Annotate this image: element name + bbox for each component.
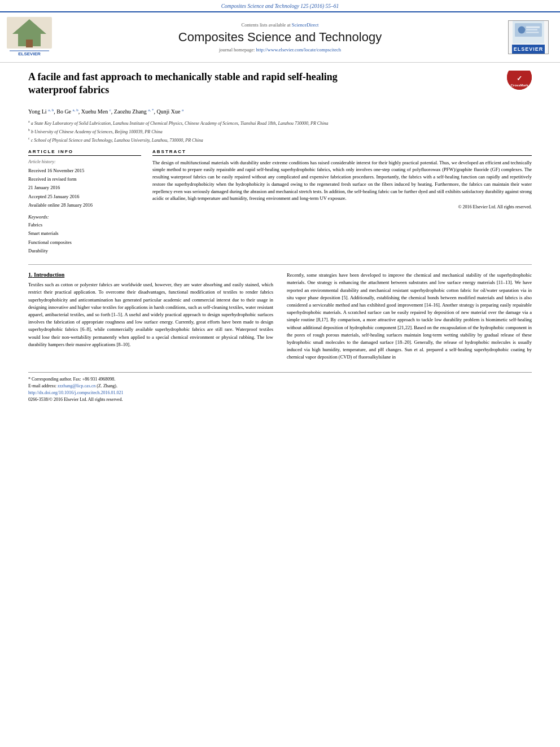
intro-right-text: Recently, some strategies have been deve…: [287, 272, 532, 361]
homepage-link[interactable]: http://www.elsevier.com/locate/compscite…: [256, 47, 342, 53]
crossmark-badge: ✓ CrossMark: [507, 71, 532, 90]
svg-rect-9: [526, 29, 537, 30]
affil-b: b b University of Chinese Academy of Sci…: [28, 128, 532, 135]
top-citation: Composites Science and Technology 125 (2…: [0, 0, 560, 11]
copyright-line: © 2016 Elsevier Ltd. All rights reserved…: [152, 204, 532, 209]
introduction-section: 1. Introduction Textiles such as cotton …: [28, 272, 532, 361]
intro-left-col: 1. Introduction Textiles such as cotton …: [28, 272, 273, 361]
keywords-list: Fabrics Smart materials Functional compo…: [28, 221, 141, 255]
keyword-1: Fabrics: [28, 221, 141, 229]
article-info-col: ARTICLE INFO Article history: Received 1…: [28, 149, 141, 256]
elsevier-cover-image: ELSEVIER: [508, 20, 549, 54]
keyword-4: Durability: [28, 247, 141, 255]
citation-text: Composites Science and Technology 125 (2…: [221, 3, 339, 9]
footnote-doi: http://dx.doi.org/10.1016/j.compscitech.…: [28, 390, 532, 396]
svg-rect-8: [526, 27, 540, 28]
journal-logo-right: ELSEVIER: [508, 20, 553, 54]
affil-b-text: b University of Chinese Academy of Scien…: [31, 129, 163, 134]
svg-text:ELSEVIER: ELSEVIER: [18, 51, 41, 56]
keywords-label: Keywords:: [28, 214, 141, 220]
doi-link[interactable]: http://dx.doi.org/10.1016/j.compscitech.…: [28, 390, 124, 395]
svg-rect-10: [526, 32, 539, 33]
author-xuehu-men: Xuehu Men: [81, 108, 108, 115]
svg-text:✓: ✓: [517, 75, 522, 82]
available-date: Available online 28 January 2016: [28, 201, 141, 209]
author-qunji-xue: Qunji Xue: [156, 108, 180, 115]
footnote-issn: 0266-3538/© 2016 Elsevier Ltd. All right…: [28, 396, 532, 403]
intro-section-title: 1. Introduction: [28, 272, 273, 278]
article-dates: Received 16 November 2015 Received in re…: [28, 167, 141, 209]
article-history-label: Article history:: [28, 159, 141, 164]
abstract-header: ABSTRACT: [152, 149, 532, 156]
affil-sup-1: a, b: [48, 108, 54, 112]
footnote-corresponding: * Corresponding author. Fax: +86 931 496…: [28, 376, 532, 383]
footnote-email: E-mail address: zzzhang@licp.cas.cn (Z. …: [28, 383, 532, 390]
section-label: Introduction: [34, 272, 64, 278]
email-label: E-mail address:: [28, 383, 56, 388]
keyword-2: Smart materials: [28, 229, 141, 238]
affiliations-block: a a State Key Laboratory of Solid Lubric…: [28, 119, 532, 143]
article-info-header: ARTICLE INFO: [28, 149, 141, 156]
journal-homepage-line: journal homepage: http://www.elsevier.co…: [58, 47, 502, 53]
author-yong-li: Yong Li: [28, 108, 47, 115]
article-info-abstract: ARTICLE INFO Article history: Received 1…: [28, 149, 532, 256]
abstract-text: The design of multifunctional materials …: [152, 159, 532, 203]
intro-right-col: Recently, some strategies have been deve…: [287, 272, 532, 361]
section-num: 1.: [28, 272, 33, 278]
elsevier-brand: ELSEVIER: [512, 45, 545, 54]
sciencedirect-link[interactable]: ScienceDirect: [292, 22, 319, 28]
elsevier-logo-left: ELSEVIER: [7, 17, 52, 58]
received-date: Received 16 November 2015: [28, 167, 141, 175]
revised-label: Received in revised form: [28, 175, 141, 184]
svg-point-7: [518, 27, 526, 34]
crossmark-icon: ✓ CrossMark: [507, 71, 532, 90]
contents-available-line: Contents lists available at ScienceDirec…: [58, 22, 502, 28]
affil-sup-4: a, *: [148, 108, 154, 112]
accepted-date: Accepted 25 January 2016: [28, 193, 141, 201]
svg-text:CrossMark: CrossMark: [510, 84, 528, 87]
authors-line: Yong Li a, b, Bo Ge a, b, Xuehu Men c, Z…: [28, 107, 532, 116]
revised-date: 21 January 2016: [28, 184, 141, 192]
main-content: ✓ CrossMark A facile and fast approach t…: [0, 63, 560, 414]
journal-center: Contents lists available at ScienceDirec…: [58, 22, 502, 53]
footnote-area: * Corresponding author. Fax: +86 931 496…: [28, 372, 532, 403]
journal-title: Composites Science and Technology: [58, 30, 502, 45]
author-bo-ge: Bo Ge: [56, 108, 71, 115]
journal-header: ELSEVIER Contents lists available at Sci…: [0, 11, 560, 63]
section-divider: [28, 264, 532, 265]
affil-sup-2: a, b: [73, 108, 78, 112]
author-zaozhu-zhang: Zaozhu Zhang: [114, 108, 147, 115]
affil-sup-3: c: [110, 108, 111, 112]
affil-c-text: c School of Physical Science and Technol…: [31, 137, 203, 142]
article-title: A facile and fast approach to mechanical…: [28, 71, 367, 97]
affil-a: a a State Key Laboratory of Solid Lubric…: [28, 119, 532, 126]
email-name: (Z. Zhang).: [97, 383, 117, 388]
corresponding-author-text: * Corresponding author. Fax: +86 931 496…: [28, 377, 115, 382]
affil-a-text: a State Key Laboratory of Solid Lubricat…: [31, 121, 329, 126]
affil-sup-5: a: [182, 108, 183, 112]
email-link[interactable]: zzzhang@licp.cas.cn: [58, 383, 95, 388]
contents-label: Contents lists available at: [242, 22, 291, 28]
intro-left-text: Textiles such as cotton or polyester fab…: [28, 281, 273, 348]
abstract-col: ABSTRACT The design of multifunctional m…: [152, 149, 532, 256]
homepage-label: journal homepage:: [219, 47, 255, 53]
keyword-3: Functional composites: [28, 238, 141, 247]
affil-c: c c School of Physical Science and Techn…: [28, 136, 532, 143]
svg-rect-2: [26, 40, 33, 47]
